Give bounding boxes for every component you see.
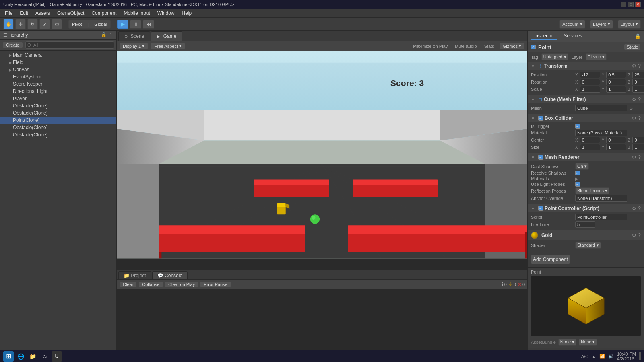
- menu-edit[interactable]: Edit: [17, 10, 31, 17]
- hierarchy-item-player[interactable]: ▶ Player: [0, 95, 116, 102]
- assetbundle-dropdown1[interactable]: None ▾: [558, 339, 576, 346]
- collapse-button[interactable]: Collapse: [138, 281, 163, 288]
- box-collider-enabled-checkbox[interactable]: [538, 116, 543, 121]
- tab-project[interactable]: 📁 Project: [118, 272, 151, 279]
- hierarchy-item-main-camera[interactable]: ▶ Main Camera: [0, 51, 116, 59]
- menu-assets[interactable]: Assets: [32, 10, 53, 17]
- scale-z-field[interactable]: [632, 86, 644, 93]
- menu-gameobject[interactable]: GameObject: [54, 10, 87, 17]
- collider-material-field[interactable]: [575, 130, 627, 136]
- tool-rotate[interactable]: ↻: [27, 19, 38, 29]
- hierarchy-item-obstacle2[interactable]: ▶ Obstacle(Clone): [0, 109, 116, 117]
- create-button[interactable]: Create: [2, 42, 23, 48]
- pos-x-field[interactable]: [580, 72, 600, 78]
- rot-x-field[interactable]: [580, 79, 600, 85]
- taskbar-files[interactable]: 📁: [27, 351, 38, 362]
- tool-move[interactable]: ✛: [15, 19, 26, 29]
- aspect-dropdown[interactable]: Free Aspect ▾: [151, 43, 185, 49]
- taskbar-folder2[interactable]: 🗂: [39, 351, 50, 362]
- services-tab[interactable]: Services: [560, 32, 585, 40]
- size-y-field[interactable]: [606, 144, 626, 150]
- box-collider-settings-icon[interactable]: ⚙: [632, 115, 636, 121]
- hierarchy-item-score-keeper[interactable]: ▶ Score Keeper: [0, 80, 116, 88]
- mesh-field[interactable]: [575, 105, 627, 111]
- menu-mobile-input[interactable]: Mobile Input: [120, 10, 153, 17]
- mesh-filter-settings-icon[interactable]: ⚙: [632, 97, 636, 102]
- transform-settings-icon[interactable]: ⚙: [632, 63, 636, 69]
- point-controller-settings-icon[interactable]: ⚙: [632, 206, 636, 211]
- menu-help[interactable]: Help: [179, 10, 195, 17]
- script-field[interactable]: [575, 214, 627, 220]
- pivot-btn[interactable]: Pivot: [70, 21, 84, 27]
- mesh-renderer-header[interactable]: ▼ Mesh Renderer ⚙ ?: [528, 153, 644, 161]
- minimize-button[interactable]: _: [621, 2, 626, 7]
- size-z-field[interactable]: [632, 144, 644, 150]
- center-x-field[interactable]: [580, 137, 600, 143]
- is-trigger-checkbox[interactable]: [575, 124, 580, 129]
- scale-x-field[interactable]: [580, 86, 600, 93]
- layout-dropdown[interactable]: Layout ▾: [618, 20, 641, 29]
- hierarchy-item-directional-light[interactable]: ▶ Directional Light: [0, 88, 116, 95]
- mesh-filter-header[interactable]: ▼ ◻ Cube (Mesh Filter) ⚙ ?: [528, 95, 644, 103]
- taskbar-start[interactable]: ⊞: [3, 351, 14, 362]
- reflection-probes-dropdown[interactable]: Blend Probes ▾: [575, 187, 609, 194]
- play-button[interactable]: ▶: [117, 20, 128, 29]
- anchor-override-field[interactable]: [575, 195, 627, 202]
- layer-dropdown[interactable]: Pickup ▾: [586, 53, 607, 60]
- mesh-renderer-enabled-checkbox[interactable]: [538, 155, 543, 160]
- display-dropdown[interactable]: Display 1 ▾: [119, 43, 148, 49]
- shader-dropdown[interactable]: Standard ▾: [575, 242, 601, 249]
- use-light-probes-checkbox[interactable]: [575, 182, 580, 187]
- point-controller-enabled-checkbox[interactable]: [538, 206, 543, 211]
- stats-btn[interactable]: Stats: [482, 43, 497, 49]
- mesh-renderer-settings-icon[interactable]: ⚙: [632, 154, 636, 160]
- hierarchy-item-field[interactable]: ▶ Field: [0, 59, 116, 66]
- menu-window[interactable]: Window: [154, 10, 178, 17]
- maximize-button[interactable]: □: [628, 2, 634, 7]
- taskbar-chrome[interactable]: 🌐: [15, 351, 26, 362]
- material-settings-icon[interactable]: ⚙: [632, 232, 636, 238]
- taskbar-unity[interactable]: U: [52, 351, 62, 362]
- lifetime-field[interactable]: [575, 221, 595, 228]
- tab-scene[interactable]: ⊙ Scene: [118, 31, 150, 41]
- step-button[interactable]: ⏭: [143, 20, 154, 29]
- close-button[interactable]: ✕: [635, 2, 641, 7]
- error-pause-button[interactable]: Error Pause: [200, 281, 231, 288]
- tab-game[interactable]: ▶ Game: [151, 31, 182, 41]
- inspector-lock-icon[interactable]: 🔒: [635, 33, 641, 39]
- transform-header[interactable]: ▼ ⊹ Transform ⚙ ?: [528, 62, 644, 70]
- tool-rect[interactable]: ▭: [52, 19, 62, 29]
- hierarchy-item-eventsystem[interactable]: ▶ EventSystem: [0, 73, 116, 80]
- mesh-select-icon[interactable]: ⊙: [629, 106, 633, 111]
- hierarchy-item-canvas[interactable]: ▶ Canvas: [0, 66, 116, 73]
- hierarchy-item-obstacle4[interactable]: ▶ Obstacle(Clone): [0, 131, 116, 138]
- account-dropdown[interactable]: Account ▾: [559, 20, 585, 29]
- mesh-filter-help-icon[interactable]: ?: [638, 97, 641, 102]
- pause-button[interactable]: ⏸: [130, 20, 141, 29]
- hierarchy-search-input[interactable]: [25, 41, 114, 49]
- clear-button[interactable]: Clear: [119, 281, 137, 288]
- assetbundle-dropdown2[interactable]: None ▾: [579, 339, 597, 346]
- inspector-tab[interactable]: Inspector: [531, 32, 557, 40]
- gizmos-btn[interactable]: Gizmos ▾: [499, 43, 525, 49]
- hierarchy-item-point-clone[interactable]: ▶ Point(Clone): [0, 117, 116, 124]
- pos-y-field[interactable]: [606, 72, 626, 78]
- maximize-on-play-btn[interactable]: Maximize on Play: [411, 43, 450, 49]
- box-collider-header[interactable]: ▼ Box Collider ⚙ ?: [528, 114, 644, 122]
- point-controller-header[interactable]: ▼ Point Controller (Script) ⚙ ?: [528, 204, 644, 212]
- transform-help-icon[interactable]: ?: [638, 63, 641, 69]
- clear-on-play-button[interactable]: Clear on Play: [165, 281, 198, 288]
- material-help-icon[interactable]: ?: [638, 232, 641, 238]
- hierarchy-item-obstacle1[interactable]: ▶ Obstacle(Clone): [0, 102, 116, 109]
- center-z-field[interactable]: [632, 137, 644, 143]
- point-controller-help-icon[interactable]: ?: [638, 206, 641, 211]
- hierarchy-item-obstacle3[interactable]: ▶ Obstacle(Clone): [0, 124, 116, 131]
- material-header[interactable]: Gold ⚙ ?: [528, 230, 644, 240]
- add-component-button[interactable]: Add Component: [531, 255, 570, 264]
- size-x-field[interactable]: [580, 144, 600, 150]
- layers-dropdown[interactable]: Layers ▾: [590, 20, 613, 29]
- static-button[interactable]: Static: [624, 44, 641, 50]
- tool-hand[interactable]: ✋: [3, 19, 14, 29]
- tool-scale[interactable]: ⤢: [39, 19, 50, 29]
- receive-shadows-checkbox[interactable]: [575, 171, 580, 175]
